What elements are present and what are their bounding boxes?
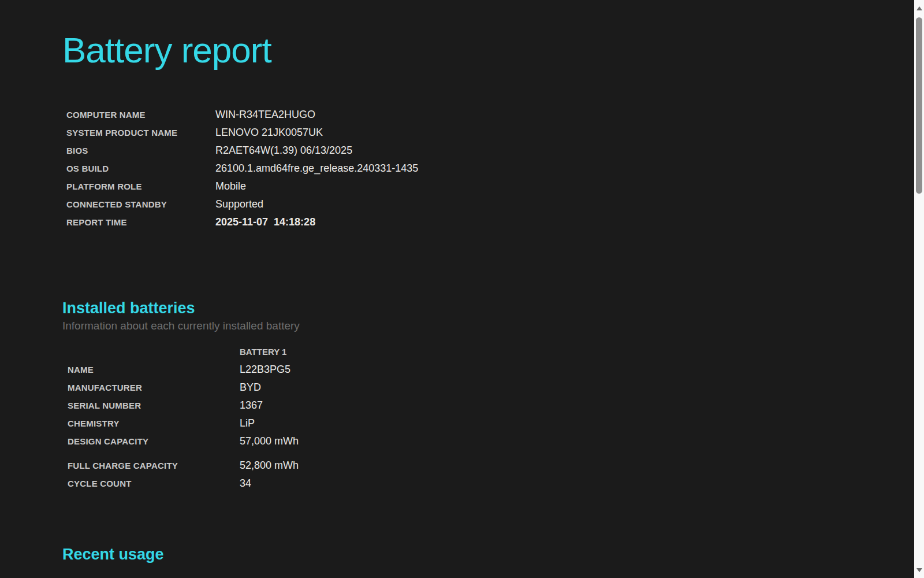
- table-row: MANUFACTURER BYD: [68, 379, 299, 397]
- table-row: SYSTEM PRODUCT NAME LENOVO 21JK0057UK: [66, 124, 418, 142]
- row-label: FULL CHARGE CAPACITY: [68, 457, 240, 475]
- row-label: REPORT TIME: [66, 213, 215, 231]
- battery-table-head: BATTERY 1: [68, 343, 299, 361]
- row-value: R2AET64W(1.39) 06/13/2025: [215, 142, 418, 160]
- row-value: 1367: [240, 397, 299, 414]
- table-row: OS BUILD 26100.1.amd64fre.ge_release.240…: [66, 160, 418, 177]
- row-label: DESIGN CAPACITY: [68, 432, 240, 450]
- row-label: CONNECTED STANDBY: [66, 195, 215, 213]
- battery-table-body: NAME L22B3PG5 MANUFACTURER BYD SERIAL NU…: [68, 361, 299, 492]
- row-label: MANUFACTURER: [68, 379, 240, 397]
- row-value: 26100.1.amd64fre.ge_release.240331-1435: [215, 160, 418, 177]
- battery-table-header-row: BATTERY 1: [68, 343, 299, 361]
- row-value: Mobile: [215, 177, 418, 195]
- table-row: REPORT TIME 2025-11-07 14:18:28: [66, 213, 418, 231]
- row-value: LiP: [240, 414, 299, 432]
- row-value: Supported: [215, 195, 418, 213]
- scrollbar-down-button[interactable]: [914, 562, 924, 578]
- installed-batteries-heading: Installed batteries: [62, 300, 882, 317]
- row-label: BIOS: [66, 142, 215, 160]
- row-value: 2025-11-07 14:18:28: [215, 213, 418, 231]
- scrollbar-up-button[interactable]: [914, 0, 924, 16]
- table-row: DESIGN CAPACITY 57,000 mWh: [68, 432, 299, 450]
- table-row: SERIAL NUMBER 1367: [68, 397, 299, 414]
- table-row: FULL CHARGE CAPACITY 52,800 mWh: [68, 457, 299, 475]
- row-label: CYCLE COUNT: [68, 475, 240, 492]
- table-row: COMPUTER NAME WIN-R34TEA2HUGO: [66, 106, 418, 124]
- row-value: 52,800 mWh: [240, 457, 299, 475]
- row-label: NAME: [68, 361, 240, 379]
- row-value: LENOVO 21JK0057UK: [215, 124, 418, 142]
- scroll-up-arrow-icon: [916, 6, 922, 10]
- row-label: COMPUTER NAME: [66, 106, 215, 124]
- installed-batteries-subtitle: Information about each currently install…: [62, 320, 882, 332]
- recent-usage-heading: Recent usage: [62, 546, 882, 564]
- installed-batteries-section: Installed batteries Information about ea…: [62, 300, 882, 492]
- scrollbar-thumb[interactable]: [916, 17, 922, 194]
- row-value: 34: [240, 475, 299, 492]
- row-value: WIN-R34TEA2HUGO: [215, 106, 418, 124]
- scroll-down-arrow-icon: [916, 568, 922, 572]
- row-label: SYSTEM PRODUCT NAME: [66, 124, 215, 142]
- table-row: BIOS R2AET64W(1.39) 06/13/2025: [66, 142, 418, 160]
- system-info-body: COMPUTER NAME WIN-R34TEA2HUGO SYSTEM PRO…: [66, 106, 418, 231]
- battery-header-spacer: [68, 343, 240, 361]
- row-value: BYD: [240, 379, 299, 397]
- row-label: SERIAL NUMBER: [68, 397, 240, 414]
- table-gap-cell: [68, 450, 299, 457]
- table-row: PLATFORM ROLE Mobile: [66, 177, 418, 195]
- row-label: PLATFORM ROLE: [66, 177, 215, 195]
- page-title: Battery report: [62, 29, 882, 71]
- table-gap-spacer: [68, 450, 299, 457]
- battery-report-page: Battery report COMPUTER NAME WIN-R34TEA2…: [62, 0, 882, 564]
- row-value: 57,000 mWh: [240, 432, 299, 450]
- vertical-scrollbar[interactable]: [914, 0, 924, 578]
- row-value: L22B3PG5: [240, 361, 299, 379]
- table-row: CHEMISTRY LiP: [68, 414, 299, 432]
- table-row: CYCLE COUNT 34: [68, 475, 299, 492]
- battery-column-header: BATTERY 1: [240, 343, 299, 361]
- row-label: OS BUILD: [66, 160, 215, 177]
- table-row: NAME L22B3PG5: [68, 361, 299, 379]
- system-info-table: COMPUTER NAME WIN-R34TEA2HUGO SYSTEM PRO…: [66, 106, 418, 231]
- row-label: CHEMISTRY: [68, 414, 240, 432]
- recent-usage-section: Recent usage: [62, 546, 882, 564]
- battery-table: BATTERY 1 NAME L22B3PG5 MANUFACTURER BYD…: [68, 343, 299, 492]
- table-row: CONNECTED STANDBY Supported: [66, 195, 418, 213]
